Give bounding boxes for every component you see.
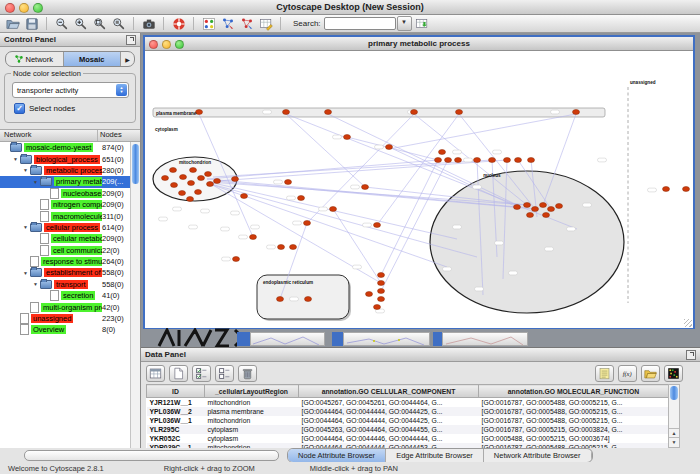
zoom-out-icon[interactable] <box>53 16 70 31</box>
table-cell[interactable]: [GO:0044464, GO:0044446, GO:0044444, G..… <box>299 434 479 443</box>
zoom-fit-icon[interactable] <box>91 16 108 31</box>
graph-node[interactable] <box>205 172 212 177</box>
graph-node[interactable] <box>214 179 221 184</box>
graph-node[interactable] <box>489 158 496 163</box>
tab-edge-attribute-browser[interactable]: Edge Attribute Browser <box>386 449 484 462</box>
graph-node[interactable] <box>548 207 555 212</box>
tab-network-attribute-browser[interactable]: Network Attribute Browser <box>484 449 592 462</box>
table-row[interactable]: YLR295Ccytoplasm[GO:0045263, GO:0044464,… <box>147 425 669 434</box>
tree-row[interactable]: Overview8(0) <box>0 324 140 335</box>
graph-node[interactable] <box>285 180 292 185</box>
graph-node[interactable] <box>304 221 311 226</box>
graph-node[interactable] <box>543 213 550 218</box>
graph-node[interactable] <box>378 289 385 294</box>
graph-node[interactable] <box>435 158 442 163</box>
deselect-all-icon[interactable] <box>215 365 234 382</box>
table-column-header[interactable]: ID <box>147 385 205 398</box>
graph-node[interactable] <box>196 110 203 115</box>
tree-row[interactable]: response to stimulu264(0) <box>0 256 140 267</box>
help-icon[interactable] <box>170 16 187 31</box>
graph-node[interactable] <box>278 245 285 250</box>
close-button[interactable] <box>5 3 15 13</box>
annotation-red-icon[interactable] <box>238 16 255 31</box>
graph-node[interactable] <box>378 273 385 278</box>
frame-minimize-button[interactable] <box>162 40 171 49</box>
tree-row[interactable]: nitrogen compo209(0) <box>0 199 140 210</box>
zoom-button[interactable] <box>33 3 43 13</box>
graph-node[interactable] <box>179 191 186 196</box>
tree-scrollbar-thumb[interactable] <box>132 144 139 184</box>
minimized-window[interactable] <box>343 332 430 346</box>
table-row[interactable]: YJR121W__1mitochondrion[GO:0045267, GO:0… <box>147 398 669 408</box>
graph-node[interactable] <box>171 183 178 188</box>
graph-node[interactable] <box>325 110 332 115</box>
table-row[interactable]: YKR052Ccytoplasm[GO:0044464, GO:0044446,… <box>147 434 669 443</box>
tab-mosaic[interactable]: Mosaic <box>64 52 122 66</box>
network-window-title-bar[interactable]: primary metabolic process <box>145 37 693 51</box>
graph-node[interactable] <box>556 204 563 209</box>
graph-node[interactable] <box>374 305 381 310</box>
graph-node[interactable] <box>439 150 446 155</box>
graph-node[interactable] <box>514 205 521 210</box>
graph-node[interactable] <box>524 203 531 208</box>
tab-node-attribute-browser[interactable]: Node Attribute Browser <box>288 449 386 462</box>
minimize-button[interactable] <box>19 3 29 13</box>
function-icon[interactable]: f(x) <box>618 365 637 382</box>
graph-node[interactable] <box>298 196 305 201</box>
graph-node[interactable] <box>515 158 522 163</box>
tree-row[interactable]: ▼transport558(0) <box>0 279 140 290</box>
table-icon[interactable] <box>146 365 165 382</box>
graph-node[interactable] <box>528 158 535 163</box>
graph-node[interactable] <box>277 297 284 302</box>
graph-node[interactable] <box>374 223 381 228</box>
table-scroll-down[interactable]: ▼ <box>669 437 679 447</box>
graph-node[interactable] <box>187 197 194 202</box>
graph-node[interactable] <box>573 110 580 115</box>
annotation-blue-icon[interactable] <box>219 16 236 31</box>
graph-node[interactable] <box>232 177 239 182</box>
frame-zoom-button[interactable] <box>175 40 184 49</box>
table-cell[interactable]: YKR052C <box>147 434 205 443</box>
graph-node[interactable] <box>378 281 385 286</box>
table-cell[interactable]: [GO:0016787, GO:0005488, GO:0005215, G..… <box>479 407 669 416</box>
tree-row[interactable]: cell communicat22(0) <box>0 245 140 256</box>
minimized-window[interactable] <box>433 332 442 346</box>
expand-triangle-icon[interactable]: ▼ <box>23 224 30 230</box>
import-attributes-icon[interactable] <box>641 365 660 382</box>
tree-row[interactable]: cellular metabo209(0) <box>0 233 140 244</box>
tree-row[interactable]: ▼establishment of lo558(0) <box>0 267 140 278</box>
graph-node[interactable] <box>663 187 670 192</box>
graph-edge[interactable] <box>207 160 438 179</box>
tree-row[interactable]: multi-organism pro42(0) <box>0 301 140 312</box>
graph-node[interactable] <box>474 158 481 163</box>
frame-close-button[interactable] <box>149 40 158 49</box>
table-cell[interactable]: cytoplasm <box>205 425 299 434</box>
table-row[interactable]: YPL036W__1mitochondrion[GO:0044464, GO:0… <box>147 416 669 425</box>
tab-overflow-button[interactable]: ▶ <box>121 52 134 66</box>
minimized-window[interactable] <box>442 332 528 346</box>
graph-node[interactable] <box>283 110 290 115</box>
table-cell[interactable]: [GO:0016787, GO:0005488, GO:0005215, G..… <box>479 416 669 425</box>
table-cell[interactable]: mitochondrion <box>205 416 299 425</box>
float-panel-icon[interactable] <box>686 350 696 360</box>
heatmap-icon[interactable] <box>664 365 683 382</box>
table-cell[interactable]: [GO:0044464, GO:0044444, GO:0044425, G..… <box>299 407 479 416</box>
graph-node[interactable] <box>233 257 240 262</box>
graph-node[interactable] <box>207 182 214 187</box>
table-column-header[interactable]: annotation.GO CELLULAR_COMPONENT <box>299 385 479 398</box>
table-cell[interactable]: [GO:0016787, GO:0005488, GO:0005215, G..… <box>479 398 669 408</box>
graph-node[interactable] <box>344 135 351 140</box>
graph-node[interactable] <box>366 292 373 297</box>
table-cell[interactable]: YPL036W__2 <box>147 407 205 416</box>
graph-node[interactable] <box>378 297 385 302</box>
graph-edge[interactable] <box>217 160 507 181</box>
table-scrollbar-thumb[interactable] <box>670 386 678 400</box>
float-panel-icon[interactable] <box>126 35 136 45</box>
expand-triangle-icon[interactable]: ▼ <box>33 179 40 185</box>
graph-node[interactable] <box>362 185 369 190</box>
tree-row[interactable]: ▼biological_process651(0) <box>0 153 140 164</box>
graph-edge[interactable] <box>307 114 414 223</box>
graph-node[interactable] <box>683 187 690 192</box>
tree-row[interactable]: unassigned223(0) <box>0 313 140 324</box>
snapshot-icon[interactable] <box>140 16 157 31</box>
